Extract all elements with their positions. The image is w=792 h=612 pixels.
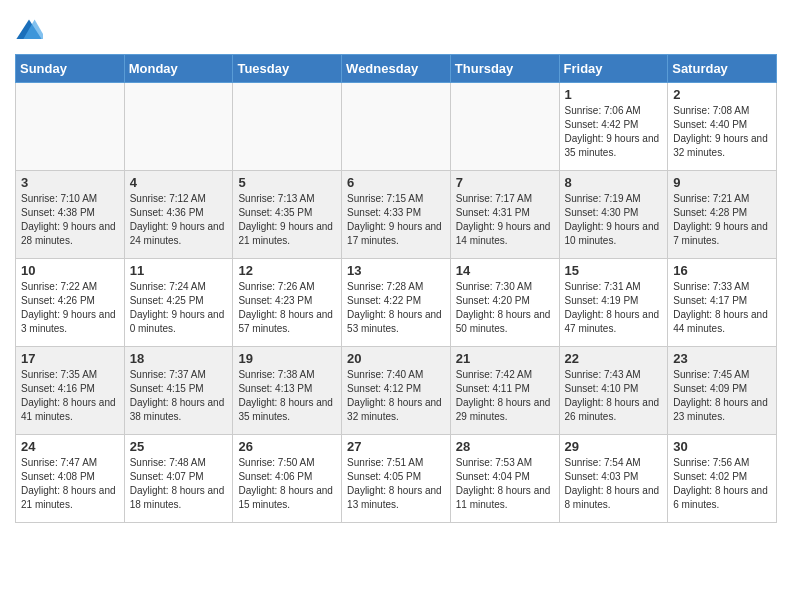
week-row-2: 3Sunrise: 7:10 AMSunset: 4:38 PMDaylight… (16, 171, 777, 259)
calendar-cell: 29Sunrise: 7:54 AMSunset: 4:03 PMDayligh… (559, 435, 668, 523)
day-info: Sunrise: 7:28 AMSunset: 4:22 PMDaylight:… (347, 280, 445, 336)
calendar-body: 1Sunrise: 7:06 AMSunset: 4:42 PMDaylight… (16, 83, 777, 523)
day-number: 19 (238, 351, 336, 366)
day-info: Sunrise: 7:54 AMSunset: 4:03 PMDaylight:… (565, 456, 663, 512)
logo (15, 18, 45, 46)
calendar-cell: 1Sunrise: 7:06 AMSunset: 4:42 PMDaylight… (559, 83, 668, 171)
day-number: 9 (673, 175, 771, 190)
calendar-cell: 26Sunrise: 7:50 AMSunset: 4:06 PMDayligh… (233, 435, 342, 523)
logo-icon (15, 18, 43, 46)
day-info: Sunrise: 7:40 AMSunset: 4:12 PMDaylight:… (347, 368, 445, 424)
day-number: 10 (21, 263, 119, 278)
day-number: 3 (21, 175, 119, 190)
day-number: 7 (456, 175, 554, 190)
day-info: Sunrise: 7:26 AMSunset: 4:23 PMDaylight:… (238, 280, 336, 336)
day-number: 12 (238, 263, 336, 278)
day-number: 4 (130, 175, 228, 190)
day-info: Sunrise: 7:50 AMSunset: 4:06 PMDaylight:… (238, 456, 336, 512)
calendar-cell: 4Sunrise: 7:12 AMSunset: 4:36 PMDaylight… (124, 171, 233, 259)
day-info: Sunrise: 7:13 AMSunset: 4:35 PMDaylight:… (238, 192, 336, 248)
day-info: Sunrise: 7:45 AMSunset: 4:09 PMDaylight:… (673, 368, 771, 424)
calendar-cell: 14Sunrise: 7:30 AMSunset: 4:20 PMDayligh… (450, 259, 559, 347)
day-number: 22 (565, 351, 663, 366)
day-info: Sunrise: 7:56 AMSunset: 4:02 PMDaylight:… (673, 456, 771, 512)
day-info: Sunrise: 7:33 AMSunset: 4:17 PMDaylight:… (673, 280, 771, 336)
calendar-cell: 21Sunrise: 7:42 AMSunset: 4:11 PMDayligh… (450, 347, 559, 435)
calendar: SundayMondayTuesdayWednesdayThursdayFrid… (15, 54, 777, 523)
day-info: Sunrise: 7:12 AMSunset: 4:36 PMDaylight:… (130, 192, 228, 248)
header (15, 10, 777, 46)
day-number: 6 (347, 175, 445, 190)
calendar-cell: 11Sunrise: 7:24 AMSunset: 4:25 PMDayligh… (124, 259, 233, 347)
day-number: 11 (130, 263, 228, 278)
day-info: Sunrise: 7:19 AMSunset: 4:30 PMDaylight:… (565, 192, 663, 248)
day-info: Sunrise: 7:21 AMSunset: 4:28 PMDaylight:… (673, 192, 771, 248)
day-number: 24 (21, 439, 119, 454)
calendar-cell: 30Sunrise: 7:56 AMSunset: 4:02 PMDayligh… (668, 435, 777, 523)
calendar-cell: 6Sunrise: 7:15 AMSunset: 4:33 PMDaylight… (342, 171, 451, 259)
day-info: Sunrise: 7:51 AMSunset: 4:05 PMDaylight:… (347, 456, 445, 512)
calendar-cell: 22Sunrise: 7:43 AMSunset: 4:10 PMDayligh… (559, 347, 668, 435)
day-info: Sunrise: 7:08 AMSunset: 4:40 PMDaylight:… (673, 104, 771, 160)
day-number: 14 (456, 263, 554, 278)
week-row-3: 10Sunrise: 7:22 AMSunset: 4:26 PMDayligh… (16, 259, 777, 347)
day-info: Sunrise: 7:43 AMSunset: 4:10 PMDaylight:… (565, 368, 663, 424)
day-info: Sunrise: 7:17 AMSunset: 4:31 PMDaylight:… (456, 192, 554, 248)
calendar-cell: 2Sunrise: 7:08 AMSunset: 4:40 PMDaylight… (668, 83, 777, 171)
day-number: 5 (238, 175, 336, 190)
calendar-cell (450, 83, 559, 171)
day-number: 18 (130, 351, 228, 366)
day-number: 30 (673, 439, 771, 454)
calendar-cell: 23Sunrise: 7:45 AMSunset: 4:09 PMDayligh… (668, 347, 777, 435)
calendar-cell: 16Sunrise: 7:33 AMSunset: 4:17 PMDayligh… (668, 259, 777, 347)
day-number: 27 (347, 439, 445, 454)
calendar-cell: 17Sunrise: 7:35 AMSunset: 4:16 PMDayligh… (16, 347, 125, 435)
calendar-cell: 20Sunrise: 7:40 AMSunset: 4:12 PMDayligh… (342, 347, 451, 435)
header-saturday: Saturday (668, 55, 777, 83)
calendar-cell (233, 83, 342, 171)
day-number: 21 (456, 351, 554, 366)
day-number: 2 (673, 87, 771, 102)
week-row-4: 17Sunrise: 7:35 AMSunset: 4:16 PMDayligh… (16, 347, 777, 435)
header-sunday: Sunday (16, 55, 125, 83)
calendar-cell: 7Sunrise: 7:17 AMSunset: 4:31 PMDaylight… (450, 171, 559, 259)
day-info: Sunrise: 7:30 AMSunset: 4:20 PMDaylight:… (456, 280, 554, 336)
calendar-cell: 9Sunrise: 7:21 AMSunset: 4:28 PMDaylight… (668, 171, 777, 259)
week-row-5: 24Sunrise: 7:47 AMSunset: 4:08 PMDayligh… (16, 435, 777, 523)
day-info: Sunrise: 7:53 AMSunset: 4:04 PMDaylight:… (456, 456, 554, 512)
day-info: Sunrise: 7:31 AMSunset: 4:19 PMDaylight:… (565, 280, 663, 336)
calendar-cell (16, 83, 125, 171)
calendar-cell: 15Sunrise: 7:31 AMSunset: 4:19 PMDayligh… (559, 259, 668, 347)
day-info: Sunrise: 7:47 AMSunset: 4:08 PMDaylight:… (21, 456, 119, 512)
day-info: Sunrise: 7:24 AMSunset: 4:25 PMDaylight:… (130, 280, 228, 336)
header-monday: Monday (124, 55, 233, 83)
day-info: Sunrise: 7:42 AMSunset: 4:11 PMDaylight:… (456, 368, 554, 424)
header-tuesday: Tuesday (233, 55, 342, 83)
day-number: 17 (21, 351, 119, 366)
calendar-cell: 19Sunrise: 7:38 AMSunset: 4:13 PMDayligh… (233, 347, 342, 435)
header-row: SundayMondayTuesdayWednesdayThursdayFrid… (16, 55, 777, 83)
calendar-cell: 28Sunrise: 7:53 AMSunset: 4:04 PMDayligh… (450, 435, 559, 523)
day-info: Sunrise: 7:38 AMSunset: 4:13 PMDaylight:… (238, 368, 336, 424)
header-friday: Friday (559, 55, 668, 83)
day-number: 16 (673, 263, 771, 278)
calendar-cell: 8Sunrise: 7:19 AMSunset: 4:30 PMDaylight… (559, 171, 668, 259)
calendar-cell: 24Sunrise: 7:47 AMSunset: 4:08 PMDayligh… (16, 435, 125, 523)
header-wednesday: Wednesday (342, 55, 451, 83)
day-info: Sunrise: 7:37 AMSunset: 4:15 PMDaylight:… (130, 368, 228, 424)
day-info: Sunrise: 7:15 AMSunset: 4:33 PMDaylight:… (347, 192, 445, 248)
day-info: Sunrise: 7:48 AMSunset: 4:07 PMDaylight:… (130, 456, 228, 512)
calendar-cell: 10Sunrise: 7:22 AMSunset: 4:26 PMDayligh… (16, 259, 125, 347)
day-info: Sunrise: 7:06 AMSunset: 4:42 PMDaylight:… (565, 104, 663, 160)
day-info: Sunrise: 7:35 AMSunset: 4:16 PMDaylight:… (21, 368, 119, 424)
header-thursday: Thursday (450, 55, 559, 83)
day-number: 20 (347, 351, 445, 366)
day-number: 23 (673, 351, 771, 366)
day-number: 25 (130, 439, 228, 454)
calendar-cell: 18Sunrise: 7:37 AMSunset: 4:15 PMDayligh… (124, 347, 233, 435)
calendar-cell: 25Sunrise: 7:48 AMSunset: 4:07 PMDayligh… (124, 435, 233, 523)
day-number: 8 (565, 175, 663, 190)
calendar-cell: 27Sunrise: 7:51 AMSunset: 4:05 PMDayligh… (342, 435, 451, 523)
calendar-cell (124, 83, 233, 171)
calendar-cell: 13Sunrise: 7:28 AMSunset: 4:22 PMDayligh… (342, 259, 451, 347)
